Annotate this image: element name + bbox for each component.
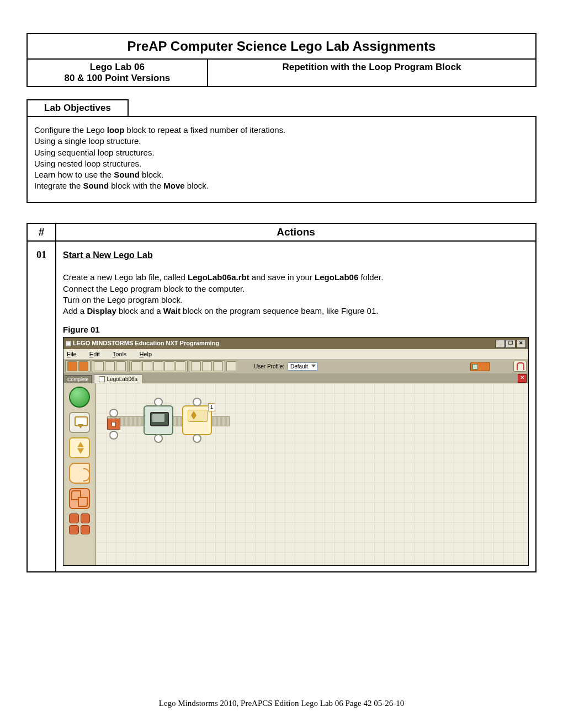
tab-close-button[interactable]: ✕ [518,374,527,383]
start-node[interactable] [106,409,121,433]
text: block to repeat a fixed number of iterat… [124,125,285,135]
pan-icon[interactable] [202,361,212,371]
bluetooth-icon[interactable] [513,361,527,372]
point-versions: 80 & 100 Point Versions [31,73,204,84]
wait-block-icon[interactable] [69,437,90,458]
step-number: 01 [27,241,56,572]
wait-seconds-badge: 1 [208,403,215,411]
objective-line: Learn how to use the Sound block. [34,169,529,180]
pointer-icon[interactable] [191,361,201,371]
objective-line: Using a single loop structure. [34,136,529,147]
bold-text: Display [87,306,116,315]
tab-row: Complete LegoLab06a ✕ [63,373,528,383]
text: dit [93,351,100,357]
objectives-tab: Lab Objectives [26,99,129,117]
lab-number: Lego Lab 06 [31,62,204,73]
step-text: Create a new Lego lab file, called LegoL… [63,272,529,283]
text: block and a [116,306,163,315]
page-title: PreAP Computer Science Lego Lab Assignme… [28,39,535,54]
file-tab[interactable]: LegoLab06a [94,374,143,384]
menu-bar: File Edit Tools Help [63,349,528,360]
menu-tools[interactable]: Tools [113,351,132,357]
wait-block[interactable]: 1 [182,405,212,435]
step-title: Start a New Lego Lab [63,249,529,261]
block-peg-icon [154,398,163,406]
col-header-num: # [27,223,56,241]
objective-line: Using nested loop structures. [34,158,529,169]
palette-mode-label[interactable]: Complete [65,375,92,383]
step-text: Connect the Lego program block to the co… [63,283,529,295]
menu-help[interactable]: Help [139,351,157,357]
work-area: 1 [63,383,528,565]
bold-text: LegoLab06a.rbt [188,272,249,282]
objectives-body: Configure the Lego loop block to repeat … [26,116,537,203]
bold-text: Wait [163,306,180,315]
maximize-button[interactable]: ❐ [506,340,516,348]
switch-block-icon[interactable] [69,488,90,509]
block-palette [63,383,96,565]
window-titlebar[interactable]: ▣ LEGO MINDSTORMS Education NXT Programm… [63,338,528,349]
text: block. [185,181,209,190]
text: and save in your [249,272,315,282]
step-text: Turn on the Lego program block. [63,295,529,306]
objective-line: Configure the Lego loop block to repeat … [34,125,529,136]
toolbar-button[interactable] [67,361,77,371]
text: Learn how to use the [34,170,114,179]
toolbar-button[interactable] [226,361,236,371]
menu-edit[interactable]: Edit [89,351,105,357]
beam-hub-icon [109,409,118,417]
toolbar: User Profile: Default [63,359,528,373]
subtitle-row: Lego Lab 06 80 & 100 Point Versions Repe… [28,60,535,86]
bold-text: Sound [83,181,109,190]
bold-text: Move [163,181,184,190]
toolbar-group [189,360,225,372]
loop-block-icon[interactable] [69,463,90,484]
table-row: 01 Start a New Lego Lab Create a new Leg… [27,241,536,572]
palette-grid-icon[interactable] [69,513,90,534]
text: LEGO MINDSTORMS Education NXT Programmin… [73,340,219,346]
beam-hub-icon [109,431,118,440]
text: ile [71,351,77,357]
open-file-icon[interactable] [105,361,115,371]
start-plug-icon [107,419,120,430]
nxt-brick-icon[interactable] [470,362,490,371]
redo-icon[interactable] [176,361,185,371]
record-block-icon[interactable] [69,412,90,433]
page-footer: Lego Mindstorms 2010, PreAPCS Edition Le… [0,699,563,708]
close-button[interactable]: ✕ [516,340,526,348]
move-block-icon[interactable] [69,387,90,408]
figure-label: Figure 01 [63,324,529,335]
copy-icon[interactable] [142,361,152,371]
cut-icon[interactable] [131,361,141,371]
display-block[interactable] [144,405,173,435]
paste-icon[interactable] [153,361,163,371]
subtitle-right: Repetition with the Loop Program Block [208,60,535,86]
window-controls: _❐✕ [495,339,526,348]
objective-line: Integrate the Sound block with the Move … [34,180,529,191]
table-header-row: # Actions [27,223,536,241]
minimize-button[interactable]: _ [495,340,505,348]
user-profile-label: User Profile: [254,363,284,371]
hourglass-icon [191,411,196,420]
menu-file[interactable]: File [67,351,82,357]
toolbar-button[interactable] [78,361,88,371]
text: Configure the Lego [34,125,107,135]
tab-label: LegoLab06a [107,376,138,383]
step-content: Start a New Lego Lab Create a new Lego l… [56,241,536,572]
new-file-icon[interactable] [94,361,104,371]
user-profile-dropdown[interactable]: Default [288,362,317,371]
text: Integrate the [34,181,83,190]
bold-text: LegoLab06 [315,272,358,282]
block-peg-icon [193,398,201,406]
nxt-window: ▣ LEGO MINDSTORMS Education NXT Programm… [63,337,529,566]
text: elp [144,351,152,357]
tab-icon [99,376,105,382]
comment-icon[interactable] [213,361,223,371]
program-canvas[interactable]: 1 [96,383,528,565]
text: ools [115,351,126,357]
save-file-icon[interactable] [116,361,126,371]
subtitle-left: Lego Lab 06 80 & 100 Point Versions [28,60,208,86]
document-page: PreAP Computer Science Lego Lab Assignme… [0,0,563,728]
undo-icon[interactable] [164,361,174,371]
bold-text: Sound [114,170,140,179]
